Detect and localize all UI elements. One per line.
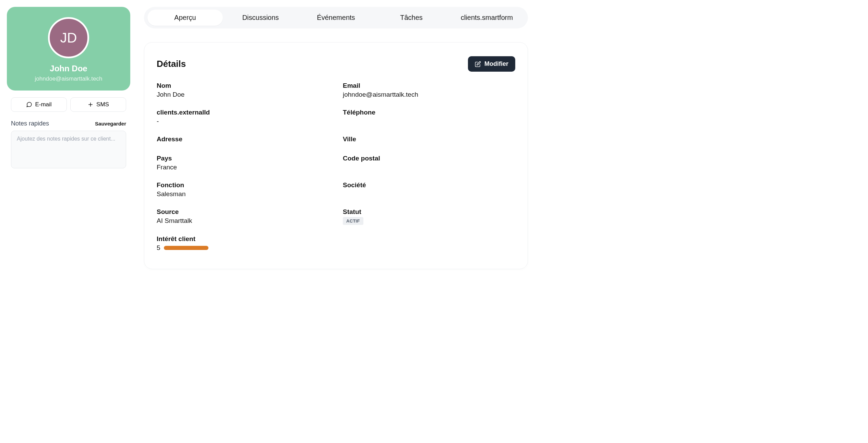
main: Aperçu Discussions Événements Tâches cli… xyxy=(144,7,528,269)
profile-name: John Doe xyxy=(14,64,123,73)
field-source-label: Source xyxy=(157,208,329,216)
field-interest-value: 5 xyxy=(157,244,160,252)
notes-label: Notes rapides xyxy=(11,120,49,127)
field-source: Source AI Smarttalk xyxy=(157,208,329,225)
field-status-label: Statut xyxy=(343,208,515,216)
field-company-label: Société xyxy=(343,181,515,189)
notes-area xyxy=(11,131,126,170)
field-company: Société xyxy=(343,181,515,198)
edit-button-label: Modifier xyxy=(484,60,508,68)
field-postal: Code postal xyxy=(343,155,515,171)
field-city: Ville xyxy=(343,135,515,144)
field-interest: Intérêt client 5 xyxy=(157,235,515,252)
field-city-label: Ville xyxy=(343,135,515,143)
field-address-label: Adresse xyxy=(157,135,329,143)
field-address: Adresse xyxy=(157,135,329,144)
field-email: Email johndoe@aismarttalk.tech xyxy=(343,82,515,98)
field-country: Pays France xyxy=(157,155,329,171)
profile-email: johndoe@aismarttalk.tech xyxy=(14,75,123,82)
interest-bar xyxy=(164,246,208,250)
field-postal-label: Code postal xyxy=(343,155,515,162)
profile-card: JD John Doe johndoe@aismarttalk.tech xyxy=(7,7,130,91)
field-function-value: Salesman xyxy=(157,190,329,198)
field-email-label: Email xyxy=(343,82,515,89)
panel-header: Détails Modifier xyxy=(157,56,515,72)
field-function-label: Fonction xyxy=(157,181,329,189)
field-status: Statut ACTIF xyxy=(343,208,515,225)
tabs: Aperçu Discussions Événements Tâches cli… xyxy=(144,7,528,28)
edit-icon xyxy=(475,61,481,67)
tab-tasks[interactable]: Tâches xyxy=(374,10,449,26)
tab-discussions[interactable]: Discussions xyxy=(223,10,298,26)
details-grid: Nom John Doe Email johndoe@aismarttalk.t… xyxy=(157,82,515,252)
edit-button[interactable]: Modifier xyxy=(468,56,515,72)
field-interest-label: Intérêt client xyxy=(157,235,515,243)
tab-events[interactable]: Événements xyxy=(298,10,374,26)
field-country-value: France xyxy=(157,164,329,171)
action-row: E-mail SMS xyxy=(7,97,130,112)
avatar-initials: JD xyxy=(60,30,77,46)
tab-overview[interactable]: Aperçu xyxy=(147,10,223,26)
field-phone-label: Téléphone xyxy=(343,109,515,116)
field-email-value: johndoe@aismarttalk.tech xyxy=(343,91,515,98)
field-externalid: clients.externalId - xyxy=(157,109,329,125)
notes-textarea[interactable] xyxy=(11,131,126,168)
panel-title: Détails xyxy=(157,59,186,69)
chat-icon xyxy=(26,101,32,108)
notes-header: Notes rapides Sauvegarder xyxy=(7,120,130,127)
field-source-value: AI Smarttalk xyxy=(157,217,329,225)
avatar: JD xyxy=(48,17,89,58)
field-externalid-value: - xyxy=(157,118,329,125)
field-externalid-label: clients.externalId xyxy=(157,109,329,116)
field-phone: Téléphone xyxy=(343,109,515,125)
field-name-value: John Doe xyxy=(157,91,329,98)
status-badge: ACTIF xyxy=(343,217,363,225)
field-function: Fonction Salesman xyxy=(157,181,329,198)
email-button[interactable]: E-mail xyxy=(11,97,67,112)
notes-save-button[interactable]: Sauvegarder xyxy=(95,121,126,127)
field-country-label: Pays xyxy=(157,155,329,162)
details-panel: Détails Modifier Nom John Doe Email john… xyxy=(144,42,528,269)
field-name-label: Nom xyxy=(157,82,329,89)
plus-icon xyxy=(87,101,94,108)
field-name: Nom John Doe xyxy=(157,82,329,98)
tab-smartform[interactable]: clients.smartform xyxy=(449,10,525,26)
email-button-label: E-mail xyxy=(35,101,51,108)
sidebar: JD John Doe johndoe@aismarttalk.tech E-m… xyxy=(7,7,130,269)
sms-button-label: SMS xyxy=(96,101,109,108)
sms-button[interactable]: SMS xyxy=(70,97,126,112)
